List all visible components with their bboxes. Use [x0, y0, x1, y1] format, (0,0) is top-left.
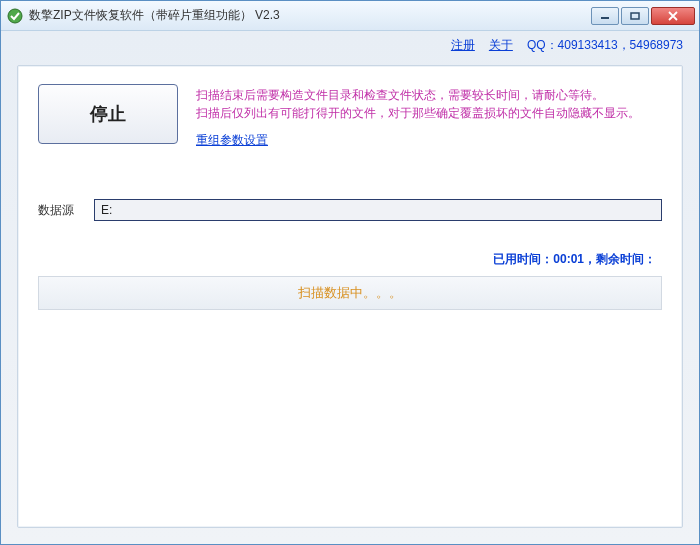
- about-link[interactable]: 关于: [489, 37, 513, 54]
- titlebar: 数擎ZIP文件恢复软件（带碎片重组功能） V2.3: [1, 1, 699, 31]
- hint-line-2: 扫描后仅列出有可能打得开的文件，对于那些确定覆盖损坏的文件自动隐藏不显示。: [196, 104, 662, 122]
- data-source-row: 数据源 E:: [38, 199, 662, 221]
- stop-button-label: 停止: [90, 102, 126, 126]
- register-link[interactable]: 注册: [451, 37, 475, 54]
- window-title: 数擎ZIP文件恢复软件（带碎片重组功能） V2.3: [29, 7, 591, 24]
- maximize-button[interactable]: [621, 7, 649, 25]
- remaining-time-label: 剩余时间：: [596, 252, 656, 266]
- data-source-label: 数据源: [38, 202, 82, 219]
- params-settings-link[interactable]: 重组参数设置: [196, 132, 268, 149]
- svg-rect-2: [631, 13, 639, 19]
- status-bar: 扫描数据中。。。: [38, 276, 662, 310]
- window-controls: [591, 7, 695, 25]
- svg-point-0: [8, 9, 22, 23]
- hint-line-1: 扫描结束后需要构造文件目录和检查文件状态，需要较长时间，请耐心等待。: [196, 86, 662, 104]
- app-icon: [7, 8, 23, 24]
- svg-rect-1: [601, 17, 609, 19]
- qq-contact: QQ：409133413，54968973: [527, 37, 683, 54]
- main-panel: 停止 扫描结束后需要构造文件目录和检查文件状态，需要较长时间，请耐心等待。 扫描…: [17, 65, 683, 528]
- hint-block: 扫描结束后需要构造文件目录和检查文件状态，需要较长时间，请耐心等待。 扫描后仅列…: [196, 84, 662, 149]
- data-source-value: E:: [101, 203, 112, 217]
- time-row: 已用时间：00:01，剩余时间：: [38, 251, 662, 268]
- minimize-button[interactable]: [591, 7, 619, 25]
- elapsed-time-label: 已用时间：: [493, 252, 553, 266]
- top-row: 停止 扫描结束后需要构造文件目录和检查文件状态，需要较长时间，请耐心等待。 扫描…: [38, 84, 662, 149]
- time-separator: ，: [584, 252, 596, 266]
- app-window: 数擎ZIP文件恢复软件（带碎片重组功能） V2.3 注册 关于 QQ：40913…: [0, 0, 700, 545]
- status-text: 扫描数据中。。。: [298, 284, 402, 302]
- elapsed-time-value: 00:01: [553, 252, 584, 266]
- link-bar: 注册 关于 QQ：409133413，54968973: [1, 31, 699, 59]
- stop-button[interactable]: 停止: [38, 84, 178, 144]
- close-button[interactable]: [651, 7, 695, 25]
- data-source-field[interactable]: E:: [94, 199, 662, 221]
